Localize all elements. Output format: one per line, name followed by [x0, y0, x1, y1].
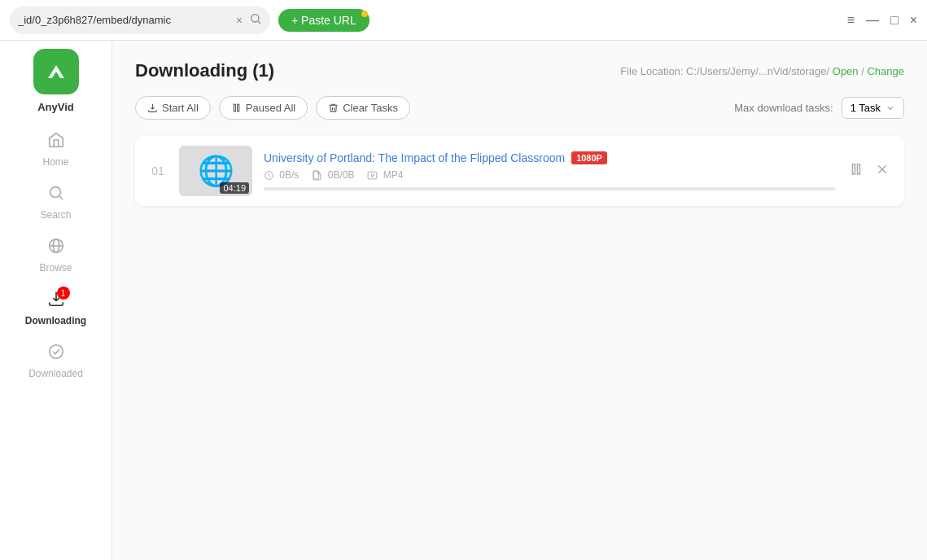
speed-meta: 0B/s: [264, 169, 299, 181]
item-meta: 0B/s 0B/0B: [264, 169, 836, 181]
sidebar-item-downloading[interactable]: 1 Downloading: [0, 283, 112, 333]
item-number: 01: [148, 164, 168, 177]
downloading-badge: 1: [57, 287, 70, 300]
sidebar-search-icon: [47, 184, 65, 207]
sidebar-search-label: Search: [40, 209, 71, 221]
toolbar: Start All Paused All Clear Tasks Max dow…: [135, 96, 904, 120]
size-meta: 0B/0B: [312, 169, 354, 181]
title-bar: _id/0_z3p6h827/embed/dynamic × + Paste U…: [0, 0, 927, 41]
sidebar: AnyVid Home Search: [0, 41, 112, 560]
item-title: University of Portland: The Impact of th…: [264, 151, 565, 164]
max-tasks-label: Max download tasks:: [734, 102, 833, 114]
pause-all-icon: [231, 103, 242, 113]
video-icon: [367, 170, 378, 181]
sidebar-item-downloaded[interactable]: Downloaded: [0, 336, 112, 386]
sidebar-item-browse[interactable]: Browse: [0, 230, 112, 280]
downloading-icon: 1: [47, 290, 65, 313]
home-icon: [47, 131, 65, 154]
content-area: Downloading (1) File Location: C:/Users/…: [112, 41, 927, 560]
sidebar-downloaded-label: Downloaded: [28, 368, 83, 379]
file-location: File Location: C:/Users/Jemy/...nVid/sto…: [620, 65, 904, 77]
content-header: Downloading (1) File Location: C:/Users/…: [135, 60, 904, 81]
format-meta: MP4: [367, 169, 403, 181]
browse-icon: [47, 237, 65, 260]
svg-rect-13: [368, 172, 377, 179]
svg-point-8: [49, 345, 63, 359]
url-text: _id/0_z3p6h827/embed/dynamic: [18, 14, 230, 26]
svg-point-0: [251, 14, 259, 21]
item-thumbnail: 🌐 04:19: [179, 146, 252, 196]
file-location-change[interactable]: Change: [867, 65, 904, 77]
paused-all-button[interactable]: Paused All: [219, 96, 308, 120]
search-icon: [249, 12, 262, 25]
notification-dot: [361, 11, 368, 17]
max-tasks-select[interactable]: 1 Task: [842, 97, 904, 119]
svg-rect-9: [234, 104, 235, 112]
download-item: 01 🌐 04:19 University of Portland: The I…: [135, 136, 904, 206]
svg-rect-15: [853, 164, 855, 174]
minimize-button[interactable]: —: [866, 13, 879, 28]
trash-icon: [328, 103, 339, 113]
item-title-row: University of Portland: The Impact of th…: [264, 151, 836, 164]
logo-icon: [42, 57, 71, 86]
sidebar-item-search[interactable]: Search: [0, 177, 112, 227]
pause-icon: [849, 162, 864, 177]
item-actions: [847, 160, 891, 182]
file-icon: [312, 170, 322, 181]
close-button[interactable]: ×: [910, 13, 917, 28]
close-icon: [875, 162, 890, 177]
start-all-icon: [147, 103, 158, 113]
sidebar-downloading-label: Downloading: [25, 315, 86, 326]
svg-line-4: [59, 196, 63, 199]
svg-marker-14: [372, 174, 374, 177]
file-location-text: File Location: C:/Users/Jemy/...nVid/sto…: [620, 65, 829, 77]
page-title: Downloading (1): [135, 60, 274, 81]
window-controls: ≡ — □ ×: [847, 13, 917, 28]
sidebar-home-label: Home: [42, 156, 68, 168]
app-brand: AnyVid: [37, 101, 74, 113]
svg-rect-16: [858, 164, 860, 174]
svg-point-3: [50, 187, 60, 198]
svg-line-1: [258, 21, 260, 24]
pause-button[interactable]: [847, 160, 865, 182]
remove-button[interactable]: [873, 160, 891, 182]
clear-tasks-button[interactable]: Clear Tasks: [316, 96, 410, 120]
quality-badge: 1080P: [571, 151, 607, 164]
paste-url-button[interactable]: + Paste URL: [278, 9, 369, 32]
url-search-button[interactable]: [249, 12, 262, 28]
maximize-button[interactable]: □: [890, 13, 899, 28]
item-timestamp: 04:19: [220, 182, 249, 194]
app-logo: [33, 49, 79, 94]
file-location-open[interactable]: Open: [833, 65, 859, 77]
sidebar-browse-label: Browse: [39, 262, 72, 273]
item-info: University of Portland: The Impact of th…: [264, 151, 836, 190]
progress-bar-bg: [264, 187, 836, 190]
svg-rect-10: [237, 104, 238, 112]
url-bar: _id/0_z3p6h827/embed/dynamic ×: [10, 7, 270, 34]
sidebar-item-home[interactable]: Home: [0, 125, 112, 174]
menu-button[interactable]: ≡: [847, 13, 855, 28]
url-clear-button[interactable]: ×: [234, 14, 244, 27]
downloaded-icon: [47, 343, 65, 365]
speed-icon: [264, 170, 274, 181]
chevron-down-icon: [885, 103, 895, 113]
start-all-button[interactable]: Start All: [135, 96, 211, 120]
main-layout: AnyVid Home Search: [0, 41, 927, 560]
